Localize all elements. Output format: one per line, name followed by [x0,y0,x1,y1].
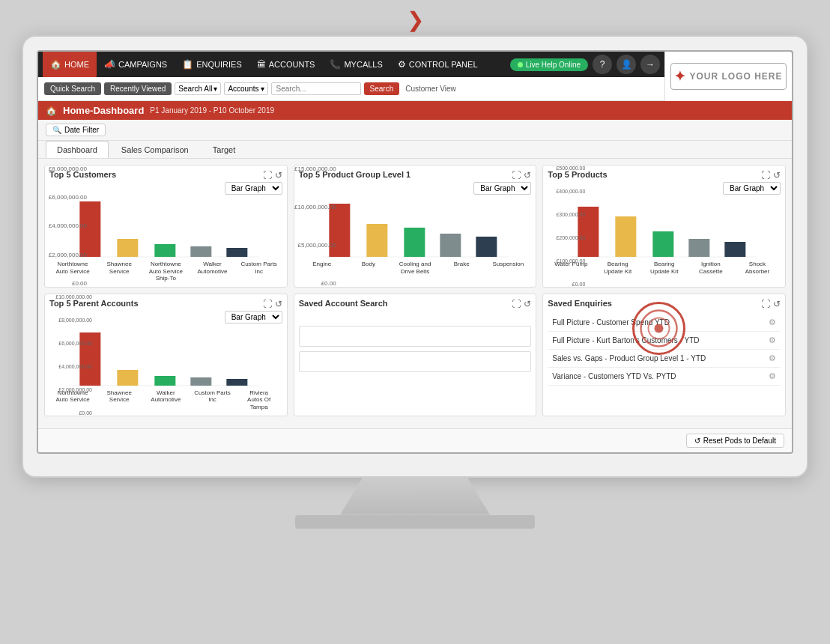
reset-bar: ↺ Reset Pods to Default [38,428,792,452]
saved-enquiry-label-3: Sales vs. Gaps - Product Group Level 1 -… [552,354,706,362]
top5-parent-accounts-refresh[interactable]: ↺ [275,299,282,309]
saved-enquiries-expand[interactable]: ⛶ [761,299,770,309]
svg-rect-15 [653,231,674,257]
nav-enquiries[interactable]: 📋 ENQUIRIES [175,52,249,77]
control-panel-icon: ⚙ [398,59,406,70]
accounts-chevron: ▾ [261,85,264,93]
search-all-dropdown[interactable]: Search All ▾ [175,82,221,95]
filter-bar: 🔍 Date Filter [38,120,792,141]
nav-campaigns-label: CAMPAIGNS [118,60,167,69]
svg-rect-8 [366,224,387,257]
saved-account-search-items [299,326,532,372]
saved-enquiry-item-2[interactable]: Full Picture - Kurt Barton's Customers -… [548,332,781,350]
top5-parent-accounts-chart-type[interactable]: Bar Graph [225,311,282,323]
svg-rect-5 [226,248,247,257]
top5-customers-expand[interactable]: ⛶ [263,170,272,180]
recently-viewed-button[interactable]: Recently Viewed [104,82,172,95]
top5-product-group-chart-type[interactable]: Bar Graph [473,182,531,195]
top5-customers-refresh[interactable]: ↺ [275,170,282,180]
top5-products-chart-type[interactable]: Bar Graph [723,182,781,195]
search-input[interactable] [271,82,361,95]
tab-sales-comparison[interactable]: Sales Comparison [110,141,200,158]
top5-product-group-controls: ⛶ ↺ [512,170,531,180]
svg-rect-21 [154,376,175,386]
top5-parent-accounts-controls: ⛶ ↺ [263,299,282,309]
top5-product-group-y-labels: £15,000,000.00 £10,000,000.00 £5,000,000… [294,165,338,287]
accounts-dropdown[interactable]: Accounts ▾ [224,82,267,95]
saved-account-search-controls: ⛶ ↺ [512,299,531,309]
breadcrumb: 🏠 Home-Dashboard P1 January 2019 - P10 O… [38,101,792,120]
logo-star-icon: ✦ [674,68,686,85]
page-title: Home-Dashboard [63,105,144,116]
saved-enquiry-item-3[interactable]: Sales vs. Gaps - Product Group Level 1 -… [548,350,781,368]
navigation-bar: 🏠 HOME 📣 CAMPAIGNS 📋 ENQUIRIES 🏛 ACCOUNT… [38,52,664,101]
svg-rect-16 [689,239,710,257]
svg-rect-14 [616,216,637,257]
nav-campaigns[interactable]: 📣 CAMPAIGNS [97,52,175,77]
breadcrumb-period: P1 January 2019 - P10 October 2019 [150,106,274,115]
campaigns-icon: 📣 [104,59,115,70]
top-nav: 🏠 HOME 📣 CAMPAIGNS 📋 ENQUIRIES 🏛 ACCOUNT… [38,52,664,77]
user-button[interactable]: 👤 [617,55,636,74]
top5-customers-pod: Top 5 Customers ⛶ ↺ Bar Graph £8,000,000… [44,165,288,288]
top5-parent-accounts-expand[interactable]: ⛶ [263,299,272,309]
svg-rect-2 [117,239,138,257]
reset-pods-button[interactable]: ↺ Reset Pods to Default [686,434,784,448]
saved-enquiry-item-4[interactable]: Variance - Customers YTD Vs. PYTD ⚙ [548,368,781,386]
tab-target[interactable]: Target [202,141,247,158]
search-all-chevron: ▾ [213,85,217,93]
nav-mycalls-label: MYCALLS [344,60,382,69]
chevron-icon: ❯ [407,7,424,32]
top5-product-group-expand[interactable]: ⛶ [512,170,521,180]
search-all-label: Search All [178,85,212,93]
logo-area: ✦ YOUR LOGO HERE [664,52,792,101]
svg-rect-9 [404,228,425,257]
logout-button[interactable]: → [640,55,660,74]
quick-search-button[interactable]: Quick Search [44,82,101,95]
pods-row-1: Top 5 Customers ⛶ ↺ Bar Graph £8,000,000… [44,165,786,288]
help-button[interactable]: ? [593,55,612,74]
saved-account-search-item-2[interactable] [299,351,532,372]
top5-products-pod: Top 5 Products ⛶ ↺ Bar Graph £500,000.00 [542,165,786,288]
home-icon: 🏠 [50,59,61,70]
svg-rect-4 [190,246,211,257]
saved-account-search-item-1[interactable] [299,326,532,347]
top5-products-refresh[interactable]: ↺ [773,170,781,180]
top5-products-expand[interactable]: ⛶ [761,170,770,180]
breadcrumb-home-icon: 🏠 [46,106,57,116]
svg-rect-20 [117,370,138,386]
top5-customers-chart-type[interactable]: Bar Graph [225,182,282,195]
search-bar: Quick Search Recently Viewed Search All … [38,77,664,101]
saved-account-search-expand[interactable]: ⛶ [512,299,521,309]
dashboard-content: Top 5 Customers ⛶ ↺ Bar Graph £8,000,000… [38,159,792,428]
logo-text: YOUR LOGO HERE [689,71,782,82]
saved-enquiry-item-1[interactable]: Full Picture - Customer Spend YTD ⚙ [548,314,781,332]
search-button[interactable]: Search [364,82,400,95]
date-filter-button[interactable]: 🔍 Date Filter [46,124,106,136]
nav-mycalls[interactable]: 📞 MYCALLS [322,52,390,77]
filter-search-icon: 🔍 [52,126,61,134]
live-help-label: Live Help Online [526,61,581,69]
nav-control-panel[interactable]: ⚙ CONTROL PANEL [390,52,485,77]
nav-home[interactable]: 🏠 HOME [43,52,97,77]
nav-right-section: Live Help Online ? 👤 → [510,55,660,74]
top5-customers-controls: ⛶ ↺ [263,170,282,180]
saved-enquiries-pod: Saved Enquiries ⛶ ↺ [542,294,786,416]
reset-label: Reset Pods to Default [703,437,776,445]
saved-enquiries-controls: ⛶ ↺ [761,299,781,309]
live-help-button[interactable]: Live Help Online [510,58,588,71]
nav-accounts[interactable]: 🏛 ACCOUNTS [249,52,323,77]
top5-product-group-refresh[interactable]: ↺ [524,170,531,180]
saved-enquiry-label-1: Full Picture - Customer Spend YTD [552,318,670,326]
accounts-label: Accounts [228,85,258,93]
saved-account-search-refresh[interactable]: ↺ [524,299,531,309]
saved-enquiry-icon-4: ⚙ [769,371,776,381]
saved-enquiry-icon-1: ⚙ [769,318,776,327]
tab-bar: Dashboard Sales Comparison Target [38,141,792,159]
date-filter-label: Date Filter [64,126,99,134]
customer-view-link[interactable]: Customer View [405,85,456,93]
tab-dashboard[interactable]: Dashboard [46,141,109,158]
top5-products-controls: ⛶ ↺ [761,170,781,180]
saved-enquiries-refresh[interactable]: ↺ [773,299,781,309]
top5-customers-y-labels: £8,000,000.00 £6,000,000.00 £4,000,000.0… [45,165,88,287]
